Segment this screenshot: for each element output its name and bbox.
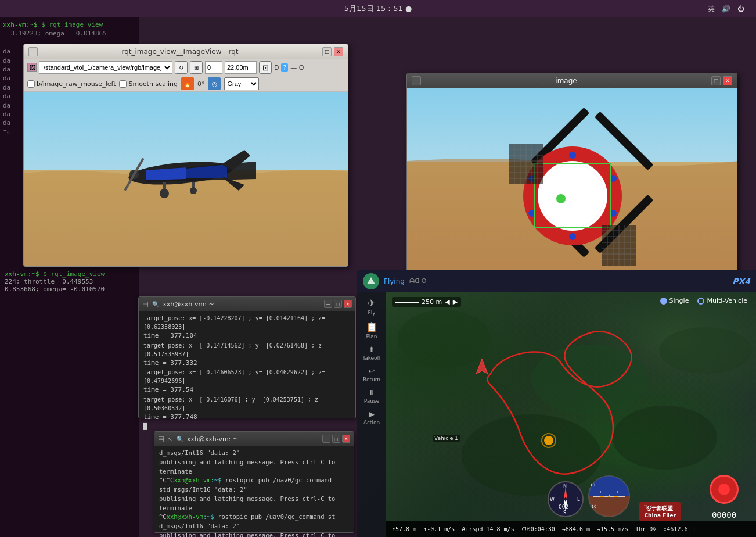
rqt-close-btn[interactable]: ✕: [334, 47, 343, 56]
t2-line2: ^C^Cxxh@xxh-vm:~$ rostopic pub /uav0/gc_…: [159, 476, 349, 495]
terminal-1-maximize[interactable]: □: [334, 300, 342, 308]
scale-label: 250 m: [422, 298, 442, 306]
rqt-right-controls: □ ✕: [322, 47, 343, 56]
airplane-image: [24, 92, 348, 266]
mouse-left-checkbox[interactable]: [27, 80, 35, 88]
fly-label: Fly: [368, 310, 375, 316]
terminal-2-content: d_msgs/Int16 "data: 2" publishing and la…: [154, 446, 354, 537]
rqt-toolbar: 🖼 /standard_vtol_1/camera_view/rgb/image…: [24, 59, 348, 76]
t2-line3: publishing and latching message. Press c…: [159, 495, 349, 513]
map-area[interactable]: Vehicle 1 250 m ◀ ▶ Single Multi-Vehicle: [357, 292, 756, 537]
scale-nav-prev[interactable]: ◀: [445, 298, 449, 306]
image-right-controls: □ ✕: [711, 76, 732, 85]
record-panel: 00000: [710, 475, 739, 520]
bottom-term-line1: 224; throttle= 0.449553: [5, 278, 135, 285]
time-display: ⏱00:04:30: [521, 526, 555, 532]
dist-display: ↔884.6 m: [562, 526, 590, 532]
system-bar: 5月15日 15：51 ● 英 🔊 ⏻: [0, 0, 756, 17]
colormap-select[interactable]: Gray: [224, 77, 259, 90]
zoom-fit-btn[interactable]: ⊡: [259, 61, 272, 74]
lang-indicator[interactable]: 英: [708, 4, 715, 14]
terminal-1-minimize[interactable]: —: [324, 300, 332, 308]
action-label: Action: [363, 420, 380, 425]
image-minimize-btn[interactable]: —: [412, 76, 421, 85]
sidebar-fly-btn[interactable]: ✈ Fly: [359, 295, 384, 318]
multi-vehicle-radio[interactable]: Multi-Vehicle: [697, 297, 747, 305]
takeoff-icon: ⬆: [369, 345, 375, 354]
qgc-mode-label: ᗩᗡ O: [409, 277, 427, 285]
datetime-label: 5月15日 15：51 ●: [344, 3, 412, 14]
image-maxmin-btn[interactable]: □: [711, 76, 721, 85]
terminal-window-1: ▤ 🔍 xxh@xxh-vm: ~ — □ ✕ target_pose: x= …: [138, 296, 356, 418]
sidebar-plan-btn[interactable]: 📋 Plan: [359, 319, 384, 342]
zoom-input[interactable]: [225, 61, 257, 74]
scale-bar: [395, 302, 419, 303]
color-wheel-btn[interactable]: ◎: [208, 77, 221, 90]
terminal-2-minimize[interactable]: —: [322, 435, 330, 443]
rotation-input[interactable]: [205, 61, 222, 74]
degree-label: 0°: [197, 80, 205, 88]
terminal-1-cursor: █: [143, 422, 351, 432]
power-icon[interactable]: ⏻: [737, 5, 744, 13]
record-inner-circle: [718, 484, 730, 495]
terminal-1-line-1: time = 377.104: [143, 331, 351, 341]
rqt-minimize-btn[interactable]: —: [28, 47, 38, 56]
compass-svg: N E S W 002: [547, 481, 585, 518]
terminal-1-search[interactable]: 🔍: [152, 301, 159, 307]
record-button[interactable]: [710, 475, 739, 504]
map-radio-group: Single Multi-Vehicle: [660, 297, 747, 305]
refresh-btn[interactable]: ↻: [175, 61, 188, 74]
terminal-2-controls: — □ ✕: [322, 435, 350, 443]
svg-marker-55: [367, 277, 375, 284]
terminal-2-search[interactable]: 🔍: [177, 436, 183, 442]
fire-btn[interactable]: 🔥: [181, 77, 194, 90]
topic-icon: 🖼: [27, 63, 37, 72]
china-flier-logo: 飞行者联盟 China Flier: [639, 502, 681, 521]
terminal-2-maximize[interactable]: □: [332, 435, 340, 443]
volume-icon[interactable]: 🔊: [722, 5, 730, 13]
attitude-indicator: 10 -10: [588, 475, 631, 518]
record-counter: 00000: [712, 510, 736, 520]
terminal-2-close[interactable]: ✕: [342, 435, 350, 443]
smooth-scaling-checkbox[interactable]: [119, 80, 127, 88]
qgc-topbar: Flying ᗩᗡ O PX4: [357, 270, 756, 292]
svg-text:S: S: [563, 510, 566, 515]
mouse-left-checkbox-label[interactable]: b/image_raw_mouse_left: [27, 80, 116, 88]
svg-point-60: [613, 406, 717, 470]
pause-label: Pause: [364, 398, 379, 404]
svg-text:W: W: [550, 497, 555, 502]
fit-btn[interactable]: ⊞: [190, 61, 203, 74]
image-close-btn[interactable]: ✕: [723, 76, 732, 85]
fly-icon: ✈: [368, 298, 375, 309]
sidebar-takeoff-btn[interactable]: ⬆ Takeoff: [359, 343, 384, 363]
qgc-logo[interactable]: [363, 273, 379, 289]
altitude-display: ↑57.8 m: [392, 526, 416, 532]
drone-image-svg: [407, 88, 737, 298]
terminal-1-close[interactable]: ✕: [344, 300, 352, 308]
topic-dropdown[interactable]: /standard_vtol_1/camera_view/rgb/image_r…: [39, 61, 172, 74]
pause-icon: ⏸: [368, 388, 376, 397]
rqt-maximize-btn[interactable]: □: [322, 47, 332, 56]
terminal-window-2: ▤ ↖ 🔍 xxh@xxh-vm: ~ — □ ✕ d_msgs/Int16 "…: [154, 431, 354, 533]
takeoff-label: Takeoff: [362, 355, 381, 361]
terminal-1-controls: — □ ✕: [324, 300, 352, 308]
scale-nav-next[interactable]: ▶: [453, 298, 458, 306]
sidebar-return-btn[interactable]: ↩ Return: [359, 364, 384, 385]
svg-point-21: [541, 164, 604, 228]
terminal-1-line-6: target_pose: x= [-0.1416076] ; y= [0.042…: [143, 395, 351, 413]
china-flier-en: China Flier: [644, 513, 676, 518]
terminal-1-title: xxh@xxh-vm: ~: [163, 300, 214, 308]
smooth-scaling-checkbox-label[interactable]: Smooth scaling: [119, 80, 178, 88]
sidebar-pause-btn[interactable]: ⏸ Pause: [359, 386, 384, 406]
single-vehicle-radio[interactable]: Single: [660, 297, 689, 305]
vspeed-display: ↑-0.1 m/s: [423, 526, 455, 532]
bottom-left-terminal: xxh-vm:~$ $ rqt_image_view 224; throttle…: [0, 267, 139, 537]
qgc-logo-svg: [366, 276, 376, 287]
bottom-left-cmd: xxh-vm:~$ $ rqt_image_view: [5, 270, 135, 278]
sidebar-action-btn[interactable]: ▶ Action: [359, 407, 384, 428]
close-small-btn[interactable]: — O: [290, 64, 304, 71]
svg-point-56: [398, 310, 491, 368]
terminal-1-content: target_pose: x= [-0.14228207] ; y= [0.01…: [139, 311, 355, 435]
t2-line1: publishing and latching message. Press c…: [159, 458, 349, 477]
image-window: — image □ ✕: [406, 73, 737, 298]
